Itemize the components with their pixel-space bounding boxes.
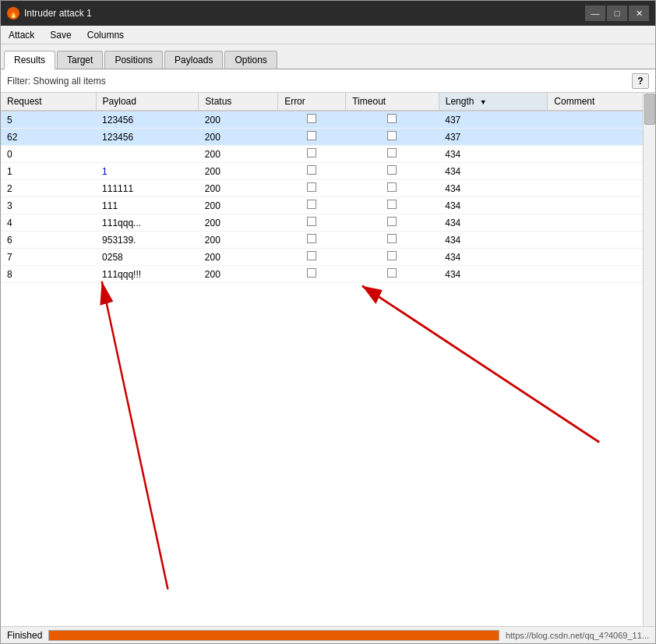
cell-timeout [346, 232, 439, 249]
cell-request: 4 [1, 214, 96, 232]
cell-length: 434 [439, 197, 548, 214]
cell-status: 200 [199, 197, 278, 214]
table-row[interactable]: 2111111200434 [1, 180, 655, 197]
cell-length: 434 [439, 180, 548, 197]
status-url: https://blog.csdn.net/qq_4?4069_11... [506, 631, 649, 640]
cell-request: 0 [1, 146, 96, 163]
tab-payloads[interactable]: Payloads [164, 51, 223, 69]
scrollbar-thumb[interactable] [644, 94, 655, 125]
tab-options[interactable]: Options [224, 51, 277, 69]
cell-comment [548, 146, 655, 163]
table-header-row: Request Payload Status Error Timeout Len… [1, 93, 655, 111]
cell-timeout [346, 180, 439, 197]
cell-length: 437 [439, 111, 548, 129]
cell-error [278, 249, 346, 266]
cell-status: 200 [199, 163, 278, 180]
filter-text: Filter: Showing all items [7, 76, 106, 87]
cell-request: 8 [1, 266, 96, 283]
menu-save[interactable]: Save [45, 28, 76, 42]
status-bar: Finished https://blog.csdn.net/qq_4?4069… [1, 626, 655, 643]
vertical-scrollbar[interactable] [643, 93, 655, 626]
cell-error [278, 180, 346, 197]
cell-request: 3 [1, 197, 96, 214]
cell-timeout [346, 249, 439, 266]
table-row[interactable]: 3111200434 [1, 197, 655, 214]
minimize-button[interactable]: — [585, 5, 605, 21]
table-row[interactable]: 6953139.200434 [1, 232, 655, 249]
filter-bar: Filter: Showing all items ? [1, 69, 655, 93]
menu-columns[interactable]: Columns [83, 28, 129, 42]
main-window: 🔥 Intruder attack 1 — □ ✕ Attack Save Co… [0, 0, 656, 644]
title-bar-left: 🔥 Intruder attack 1 [7, 7, 92, 19]
table-row[interactable]: 62123456200437 [1, 129, 655, 146]
cell-request: 6 [1, 232, 96, 249]
col-status[interactable]: Status [199, 93, 278, 111]
cell-status: 200 [199, 146, 278, 163]
table-row[interactable]: 11200434 [1, 163, 655, 180]
cell-timeout [346, 163, 439, 180]
results-table: Request Payload Status Error Timeout Len… [1, 93, 655, 283]
tab-positions[interactable]: Positions [104, 51, 163, 69]
cell-timeout [346, 197, 439, 214]
cell-length: 434 [439, 214, 548, 232]
window-title: Intruder attack 1 [24, 8, 92, 19]
table-row[interactable]: 70258200434 [1, 249, 655, 266]
col-comment[interactable]: Comment [548, 93, 655, 111]
menu-attack[interactable]: Attack [4, 28, 39, 42]
cell-request: 62 [1, 129, 96, 146]
content-area: Request Payload Status Error Timeout Len… [1, 93, 655, 626]
cell-status: 200 [199, 214, 278, 232]
cell-comment [548, 214, 655, 232]
cell-length: 434 [439, 163, 548, 180]
cell-length: 434 [439, 146, 548, 163]
table-row[interactable]: 8111qqq!!!200434 [1, 266, 655, 283]
col-length[interactable]: Length ▼ [439, 93, 548, 111]
cell-error [278, 146, 346, 163]
cell-payload [96, 146, 199, 163]
col-error[interactable]: Error [278, 93, 346, 111]
cell-error [278, 129, 346, 146]
cell-error [278, 214, 346, 232]
title-bar: 🔥 Intruder attack 1 — □ ✕ [1, 1, 655, 26]
status-label: Finished [7, 630, 42, 641]
cell-payload: 111 [96, 197, 199, 214]
close-button[interactable]: ✕ [629, 5, 649, 21]
cell-request: 2 [1, 180, 96, 197]
cell-timeout [346, 111, 439, 129]
cell-payload: 111qqq!!! [96, 266, 199, 283]
tab-bar: Results Target Positions Payloads Option… [1, 44, 655, 69]
table-row[interactable]: 5123456200437 [1, 111, 655, 129]
cell-payload: 111111 [96, 180, 199, 197]
progress-fill [49, 631, 499, 640]
tab-results[interactable]: Results [4, 51, 55, 69]
window-controls: — □ ✕ [585, 5, 649, 21]
cell-error [278, 163, 346, 180]
cell-comment [548, 180, 655, 197]
cell-status: 200 [199, 180, 278, 197]
tab-target[interactable]: Target [57, 51, 103, 69]
cell-timeout [346, 266, 439, 283]
table-container[interactable]: Request Payload Status Error Timeout Len… [1, 93, 655, 626]
cell-timeout [346, 214, 439, 232]
maximize-button[interactable]: □ [607, 5, 627, 21]
col-timeout[interactable]: Timeout [346, 93, 439, 111]
cell-timeout [346, 129, 439, 146]
cell-status: 200 [199, 111, 278, 129]
cell-request: 7 [1, 249, 96, 266]
cell-error [278, 232, 346, 249]
cell-length: 434 [439, 249, 548, 266]
cell-error [278, 266, 346, 283]
table-row[interactable]: 4111qqq...200434 [1, 214, 655, 232]
table-row[interactable]: 0200434 [1, 146, 655, 163]
cell-comment [548, 249, 655, 266]
cell-payload: 0258 [96, 249, 199, 266]
progress-bar [48, 630, 499, 641]
col-payload[interactable]: Payload [96, 93, 199, 111]
cell-comment [548, 111, 655, 129]
col-request[interactable]: Request [1, 93, 96, 111]
help-button[interactable]: ? [632, 73, 649, 89]
cell-request: 1 [1, 163, 96, 180]
cell-payload: 953139. [96, 232, 199, 249]
cell-comment [548, 163, 655, 180]
cell-comment [548, 197, 655, 214]
